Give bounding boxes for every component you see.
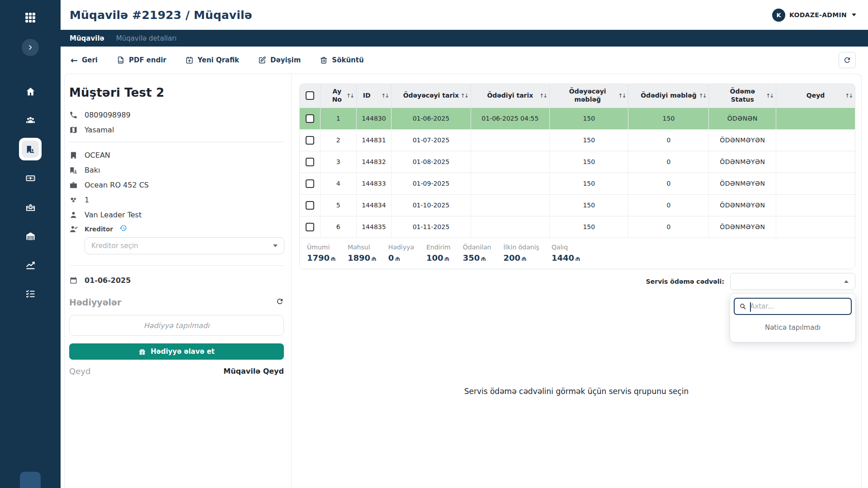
topbar: Müqavilə #21923 / Müqavilə K KODAZE-ADMI… bbox=[61, 0, 868, 30]
manat-symbol: ₼ bbox=[481, 255, 486, 262]
back-button[interactable]: ← Geri bbox=[71, 56, 98, 65]
apps-grid-icon[interactable] bbox=[24, 12, 36, 23]
total-umumi: Ümumi 1790₼ bbox=[307, 244, 335, 263]
creditor-history-button[interactable] bbox=[119, 224, 127, 234]
sidebar-item-warehouse[interactable] bbox=[16, 221, 45, 250]
phone-icon bbox=[69, 111, 78, 119]
gifts-empty-text: Hədiyyə tapılmadı bbox=[144, 321, 209, 330]
sidebar-item-contracts[interactable] bbox=[16, 135, 45, 164]
table-row[interactable]: 114483001-06-202501-06-2025 04:55150150Ö… bbox=[300, 108, 855, 129]
sort-icon[interactable]: ↑↓ bbox=[618, 93, 625, 99]
note-label: Qeyd bbox=[69, 366, 90, 376]
reports-chart-icon bbox=[25, 260, 36, 270]
sidebar-item-toolbox[interactable] bbox=[16, 192, 45, 221]
sidebar-item-users[interactable] bbox=[16, 106, 45, 135]
warehouse-icon bbox=[25, 231, 36, 241]
gifts-refresh-button[interactable] bbox=[276, 297, 284, 307]
status-badge: ÖDƏNƏN bbox=[709, 108, 776, 129]
quantity-value: 1 bbox=[85, 196, 89, 204]
sidebar-item-tasks[interactable] bbox=[16, 279, 45, 308]
delete-button[interactable]: Söküntü bbox=[320, 56, 363, 64]
gifts-empty-box: Hədiyyə tapılmadı bbox=[69, 315, 284, 336]
contract-date: 01-06-2025 bbox=[85, 276, 131, 285]
add-gift-label: Hədiyyə əlavə et bbox=[151, 347, 215, 356]
company-building-icon bbox=[69, 151, 78, 160]
total-ilkin-odenis: İlkin ödəniş 200₼ bbox=[503, 244, 539, 263]
history-icon bbox=[119, 224, 127, 232]
service-schedule-row: Servis ödəmə cədvəli: Nəticə tapılmadı bbox=[292, 273, 855, 290]
edit-button[interactable]: Dəyişim bbox=[258, 56, 301, 64]
table-row[interactable]: 614483501-11-20251500ÖDƏNMƏYƏN bbox=[300, 216, 855, 238]
payment-table: Ay No↑↓ ID↑↓ Ödəyəcəyi tarix↑↓ Ödədiyi t… bbox=[300, 84, 855, 238]
table-header-row: Ay No↑↓ ID↑↓ Ödəyəcəyi tarix↑↓ Ödədiyi t… bbox=[300, 84, 855, 108]
pdf-file-icon: PDF bbox=[117, 56, 125, 64]
status-badge: ÖDƏNMƏYƏN bbox=[709, 151, 776, 173]
tab-muqavile-detallari[interactable]: Müqavilə detalları bbox=[116, 34, 177, 42]
calendar-plus-icon bbox=[185, 56, 193, 64]
table-row[interactable]: 314483201-08-20251500ÖDƏNMƏYƏN bbox=[300, 151, 855, 173]
service-schedule-label: Servis ödəmə cədvəli: bbox=[646, 278, 724, 285]
sidebar-bottom-item[interactable] bbox=[20, 472, 41, 488]
home-icon bbox=[25, 86, 36, 97]
pdf-download-button[interactable]: PDF PDF endir bbox=[117, 56, 166, 64]
new-schedule-button[interactable]: Yeni Qrafik bbox=[185, 56, 239, 64]
sidebar-item-home[interactable] bbox=[16, 77, 45, 106]
product-name: Ocean RO 452 CS bbox=[85, 181, 149, 189]
user-name: KODAZE-ADMIN bbox=[789, 11, 847, 19]
creditor-select[interactable]: Kreditor seçin bbox=[85, 237, 284, 254]
row-checkbox[interactable] bbox=[306, 136, 314, 145]
table-row[interactable]: 414483301-09-20251500ÖDƏNMƏYƏN bbox=[300, 173, 855, 194]
tasks-checklist-icon bbox=[25, 289, 36, 299]
service-schedule-select[interactable]: Nəticə tapılmadı bbox=[730, 273, 855, 290]
sort-icon[interactable]: ↑↓ bbox=[539, 93, 547, 99]
person-icon bbox=[69, 211, 78, 219]
row-checkbox[interactable] bbox=[306, 179, 314, 188]
status-badge: ÖDƏNMƏYƏN bbox=[709, 173, 776, 194]
status-badge: ÖDƏNMƏYƏN bbox=[709, 216, 776, 238]
note-row: Qeyd Müqavilə Qeyd bbox=[69, 366, 284, 376]
sort-icon[interactable]: ↑↓ bbox=[698, 93, 706, 99]
back-arrow-icon: ← bbox=[71, 56, 78, 65]
column-header-note: Qeyd bbox=[807, 92, 825, 100]
totals-bar: Ümumi 1790₼ Məhsul 1890₼ Hədiyyə 0₼ Endi… bbox=[300, 238, 855, 269]
search-icon bbox=[739, 303, 746, 310]
user-menu[interactable]: K KODAZE-ADMIN bbox=[772, 9, 856, 22]
table-row[interactable]: 214483101-07-20251500ÖDƏNMƏYƏN bbox=[300, 129, 855, 151]
row-checkbox[interactable] bbox=[306, 201, 314, 210]
edit-icon bbox=[258, 56, 266, 64]
gift-icon bbox=[138, 348, 146, 356]
page-title: Müqavilə #21923 / Müqavilə bbox=[70, 9, 252, 22]
row-checkbox[interactable] bbox=[306, 158, 314, 166]
quantity-row: 1 bbox=[69, 194, 284, 205]
sort-icon[interactable]: ↑↓ bbox=[766, 93, 773, 99]
branch-name: Bakı bbox=[85, 166, 100, 174]
users-icon bbox=[25, 115, 36, 126]
tab-muqavile[interactable]: Müqavilə bbox=[70, 34, 104, 42]
sort-icon[interactable]: ↑↓ bbox=[346, 93, 354, 99]
dropdown-search-box bbox=[734, 298, 852, 315]
sidebar-expand-button[interactable] bbox=[22, 39, 39, 56]
sort-icon[interactable]: ↑↓ bbox=[461, 93, 468, 99]
text-cursor bbox=[750, 302, 751, 312]
table-refresh-button[interactable] bbox=[839, 52, 856, 68]
manat-symbol: ₼ bbox=[576, 255, 580, 262]
select-all-checkbox[interactable] bbox=[306, 91, 314, 100]
sidebar-item-reports[interactable] bbox=[16, 250, 45, 279]
column-header-paid-date: Ödədiyi tarix bbox=[487, 92, 533, 100]
contract-date-row: 01-06-2025 bbox=[69, 275, 284, 286]
divider bbox=[69, 142, 284, 142]
customer-district-row: Yasamal bbox=[69, 124, 284, 135]
row-checkbox[interactable] bbox=[306, 223, 314, 231]
product-row: Ocean RO 452 CS bbox=[69, 179, 284, 190]
sort-icon[interactable]: ↑↓ bbox=[845, 93, 852, 99]
sidebar-item-payments[interactable] bbox=[16, 164, 45, 192]
search-input[interactable] bbox=[750, 302, 846, 310]
table-row[interactable]: 514483401-10-20251500ÖDƏNMƏYƏN bbox=[300, 194, 855, 216]
company-name: OCEAN bbox=[85, 151, 110, 160]
status-badge: ÖDƏNMƏYƏN bbox=[709, 129, 776, 151]
row-checkbox[interactable] bbox=[306, 114, 314, 123]
group-berries-icon bbox=[69, 196, 78, 204]
add-gift-button[interactable]: Hədiyyə əlavə et bbox=[69, 343, 284, 360]
sort-icon[interactable]: ↑↓ bbox=[381, 93, 388, 99]
chevron-right-icon bbox=[27, 44, 33, 51]
